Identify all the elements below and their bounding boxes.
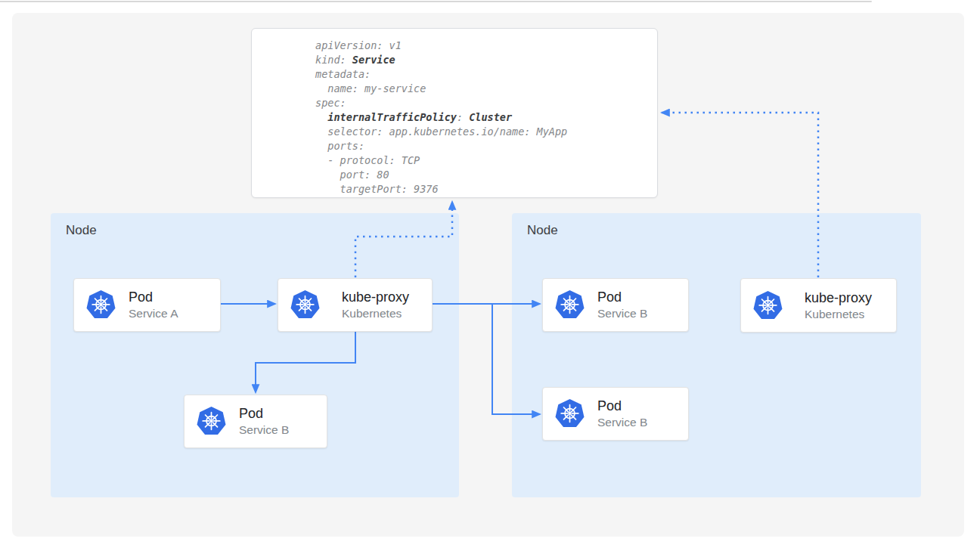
node-right-label: Node (527, 223, 558, 238)
node-left-label: Node (66, 223, 97, 238)
card-subtitle: Service A (129, 306, 178, 321)
node-box-left: Node (51, 213, 459, 497)
yaml-line: port: 80 (315, 168, 567, 182)
card-pod-service-b-left: Pod Service B (184, 395, 327, 448)
card-title: kube-proxy (805, 289, 872, 307)
card-title: Pod (597, 289, 647, 306)
card-kube-proxy-right: kube-proxy Kubernetes (740, 278, 897, 333)
card-title: Pod (129, 289, 178, 306)
card-subtitle: Service B (597, 306, 647, 321)
card-subtitle: Service B (597, 415, 647, 430)
kubernetes-icon (196, 406, 227, 437)
yaml-line: selector: app.kubernetes.io/name: MyApp (315, 125, 567, 139)
card-subtitle: Kubernetes (342, 306, 409, 321)
card-subtitle: Service B (239, 423, 289, 438)
yaml-line: metadata: (315, 67, 567, 82)
yaml-line: targetPort: 9376 (315, 182, 567, 197)
card-subtitle: Kubernetes (805, 307, 872, 322)
service-yaml-card: apiVersion: v1kind: Servicemetadata: nam… (251, 28, 658, 198)
yaml-line: - protocol: TCP (315, 153, 567, 168)
node-box-right: Node (512, 213, 921, 497)
card-pod-service-b-right-bottom: Pod Service B (542, 387, 689, 441)
yaml-line: kind: Service (315, 53, 567, 67)
yaml-line: apiVersion: v1 (315, 39, 567, 53)
yaml-line: spec: (315, 96, 567, 110)
yaml-code: apiVersion: v1kind: Servicemetadata: nam… (315, 39, 567, 197)
card-title: kube-proxy (342, 289, 409, 306)
card-title: Pod (239, 405, 289, 423)
top-divider (0, 1, 872, 2)
card-title: Pod (597, 398, 647, 415)
kubernetes-icon (85, 289, 116, 320)
card-pod-service-a: Pod Service A (73, 278, 221, 332)
card-pod-service-b-right-top: Pod Service B (542, 278, 689, 332)
kubernetes-icon (752, 290, 783, 321)
kubernetes-icon (554, 289, 585, 320)
kubernetes-icon (554, 398, 585, 429)
card-kube-proxy-left: kube-proxy Kubernetes (278, 278, 433, 332)
yaml-line: ports: (315, 139, 567, 153)
kubernetes-icon (290, 289, 321, 320)
yaml-line: internalTrafficPolicy: Cluster (315, 110, 567, 125)
yaml-line: name: my-service (315, 82, 567, 96)
